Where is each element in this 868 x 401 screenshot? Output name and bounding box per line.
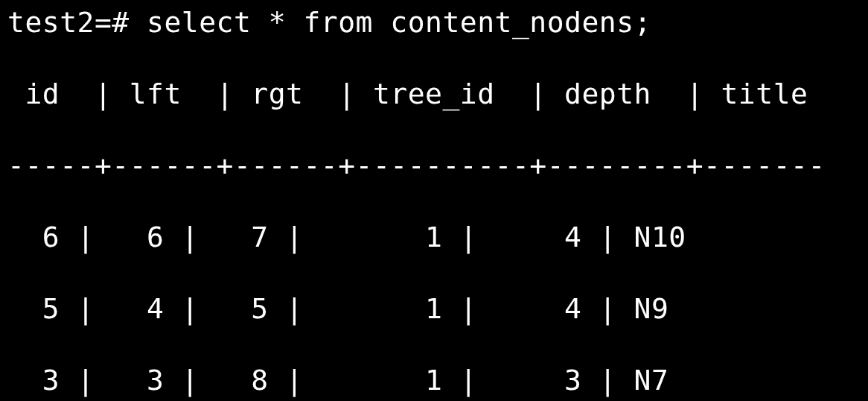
table-row: 6 | 6 | 7 | 1 | 4 | N10 <box>7 219 861 255</box>
sql-command: select * from content_nodens; <box>147 6 651 39</box>
prompt-line[interactable]: test2=# select * from content_nodens; <box>7 4 861 40</box>
prompt: test2=# <box>7 6 130 39</box>
table-divider: -----+------+------+----------+--------+… <box>7 148 861 183</box>
terminal-output: test2=# select * from content_nodens; id… <box>0 0 868 401</box>
table-row: 3 | 3 | 8 | 1 | 3 | N7 <box>7 362 861 398</box>
table-header-row: id | lft | rgt | tree_id | depth | title <box>7 76 861 112</box>
table-row: 5 | 4 | 5 | 1 | 4 | N9 <box>7 291 861 326</box>
